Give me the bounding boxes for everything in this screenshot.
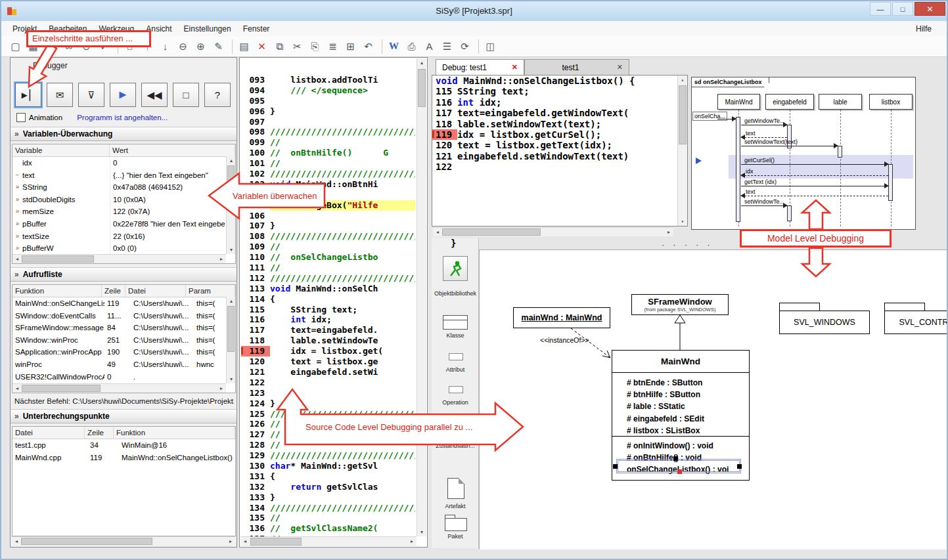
- instance-box[interactable]: mainWnd : MainWnd: [513, 307, 610, 328]
- tree-expander-icon[interactable]: »: [12, 194, 22, 206]
- tree-expander-icon[interactable]: »: [12, 242, 22, 255]
- scroll-up-icon[interactable]: ▴: [417, 58, 426, 67]
- klasse-label[interactable]: Klasse: [432, 332, 479, 339]
- title-bar[interactable]: SiSy® [Projekt3.spr] — □ ✕: [1, 1, 947, 22]
- watch-table-header[interactable]: Variable Wert: [12, 144, 235, 157]
- code-line[interactable]: 123: [241, 388, 415, 398]
- operation-icon[interactable]: [449, 386, 463, 393]
- code-line[interactable]: 113 void MainWnd::onSelCh: [241, 284, 415, 294]
- line-number[interactable]: 120: [432, 140, 457, 150]
- line-number[interactable]: 123: [241, 388, 270, 398]
- callstack-row[interactable]: SWindow::winProc 251 C:\Users\huwi\... t…: [12, 334, 235, 347]
- line-number[interactable]: 128: [241, 440, 270, 450]
- collapsed-toolbar-dots[interactable]: ·····: [662, 240, 719, 249]
- line-number[interactable]: 113: [241, 284, 270, 294]
- code-line[interactable]: 101 //: [241, 158, 415, 169]
- watch-row[interactable]: » textSize 22 (0x16): [12, 230, 235, 243]
- line-number[interactable]: 125: [241, 409, 270, 420]
- watch-row[interactable]: » stdDoubleDigits 10 (0x0A): [12, 194, 235, 206]
- code-line[interactable]: 121 eingabefeld.setWi: [241, 367, 415, 377]
- scroll-left-icon[interactable]: ◂: [12, 384, 22, 393]
- line-number[interactable]: 101: [241, 158, 270, 169]
- line-number[interactable]: 132: [241, 482, 270, 492]
- code-line[interactable]: 122: [432, 162, 687, 172]
- column-funktion[interactable]: Funktion: [12, 285, 102, 297]
- code-line[interactable]: 135 //: [241, 513, 415, 523]
- font-icon[interactable]: A: [420, 39, 438, 54]
- line-number[interactable]: 118: [432, 119, 457, 129]
- line-number[interactable]: 117: [241, 325, 270, 335]
- line-number[interactable]: 117: [432, 108, 457, 118]
- breakpoints-section-header[interactable]: » Unterbrechungspunkte: [11, 409, 237, 423]
- code-line[interactable]: 110 // onSelChangeListbo: [241, 252, 415, 263]
- copy-icon[interactable]: ⧉: [271, 39, 288, 54]
- editor-horizontal-scrollbar[interactable]: ◂ ▸: [240, 536, 417, 546]
- line-number[interactable]: 127: [241, 429, 270, 440]
- line-number[interactable]: 108: [241, 231, 270, 242]
- scroll-left-icon[interactable]: ◂: [12, 537, 21, 546]
- code-line[interactable]: 117 text=eingabefeld.: [241, 325, 415, 335]
- scroll-down-icon[interactable]: ▾: [417, 528, 426, 536]
- selection-handle-red[interactable]: [677, 469, 682, 474]
- line-number[interactable]: 121: [432, 151, 457, 162]
- code-line[interactable]: 120 text = listbox.ge: [241, 356, 415, 367]
- cut-icon[interactable]: ✂: [288, 39, 306, 54]
- code-line[interactable]: 103 void MainWnd::onBtnHi: [241, 179, 415, 190]
- step-over-button[interactable]: ⊽: [78, 83, 104, 107]
- watch-row[interactable]: » memSize 122 (0x7A): [12, 205, 235, 218]
- watch-row[interactable]: » pBufferW 0x0 (0): [12, 242, 235, 255]
- breakpoints-table-header[interactable]: Datei Zeile Funktion: [12, 427, 235, 439]
- code-line[interactable]: 097: [241, 117, 415, 127]
- code-line[interactable]: 133 }: [241, 492, 415, 503]
- code-line[interactable]: 115 SString text;: [241, 305, 415, 315]
- code-line[interactable]: 108 //////////////////////////////: [241, 231, 415, 242]
- line-number[interactable]: 109: [241, 242, 270, 252]
- code-line[interactable]: 112 //////////////////////////////: [241, 273, 415, 284]
- code-line[interactable]: 116 int idx;: [241, 314, 415, 325]
- selection-handle[interactable]: [613, 464, 618, 469]
- scroll-right-icon[interactable]: ▸: [217, 255, 226, 263]
- klasse-icon[interactable]: [443, 315, 468, 330]
- code-editor-panel[interactable]: 093 listbox.addToolTi 094 /// </sequence…: [239, 57, 428, 548]
- line-number[interactable]: 116: [432, 97, 457, 108]
- send-button[interactable]: ✉: [47, 83, 73, 107]
- code-line[interactable]: 095: [241, 96, 415, 106]
- code-line[interactable]: 122: [241, 377, 415, 388]
- tree-expander-icon[interactable]: »: [12, 230, 22, 243]
- line-number[interactable]: 115: [241, 305, 270, 315]
- line-number[interactable]: 116: [241, 314, 270, 325]
- scrollbar-thumb[interactable]: [418, 69, 426, 107]
- artefakt-label[interactable]: Artefakt: [432, 503, 479, 509]
- lifeline-head-eingabefeld[interactable]: eingabefeld: [765, 94, 814, 110]
- word-export-icon[interactable]: W: [385, 39, 403, 54]
- new-document-icon[interactable]: ▢: [7, 39, 24, 54]
- object-library-button[interactable]: [443, 256, 468, 281]
- book-icon[interactable]: ◫: [482, 39, 499, 54]
- line-number[interactable]: 107: [241, 221, 270, 231]
- package-svl-windows[interactable]: SVL_WINDOWS: [779, 311, 870, 334]
- line-number[interactable]: 102: [241, 169, 270, 179]
- callstack-row[interactable]: SWindow::doEventCalls 11... C:\Users\huw…: [12, 310, 235, 322]
- callstack-row[interactable]: SFrameWindow::message... 84 C:\Users\huw…: [12, 322, 235, 334]
- zustandsattribut-label[interactable]: Zustandsattri...: [432, 442, 479, 449]
- editor-vertical-scrollbar[interactable]: ▴ ▾: [417, 58, 426, 536]
- class-attribute[interactable]: # btnHilfe : SButton: [627, 389, 749, 400]
- code-line[interactable]: 118 lable.setWindowText(text);: [432, 119, 687, 129]
- tab-debug-test1[interactable]: Debug: test1 ✕: [436, 59, 524, 75]
- code-line[interactable]: 107 }: [241, 221, 415, 231]
- scrollbar-thumb[interactable]: [227, 306, 235, 352]
- debug-vertical-scrollbar[interactable]: ▴ ▾: [677, 75, 687, 226]
- print-icon[interactable]: ⎙: [403, 39, 420, 54]
- line-number[interactable]: 120: [241, 356, 270, 367]
- callstack-section-header[interactable]: » Aufrufliste: [11, 267, 237, 282]
- line-number[interactable]: 103: [241, 179, 270, 190]
- paket-icon[interactable]: [445, 518, 467, 531]
- line-number[interactable]: 110: [241, 252, 270, 263]
- lifeline-head-listbox[interactable]: listbox: [869, 94, 913, 110]
- line-number[interactable]: 115: [432, 86, 457, 97]
- class-attribute[interactable]: # btnEnde : SButton: [627, 377, 749, 389]
- code-line[interactable]: 117 text=eingabefeld.getWindowText(: [432, 108, 687, 118]
- column-variable[interactable]: Variable: [12, 144, 110, 156]
- code-line[interactable]: 105 messageBox("Hilfe: [241, 200, 415, 211]
- code-line[interactable]: 098 //////////////////////////////: [241, 127, 415, 137]
